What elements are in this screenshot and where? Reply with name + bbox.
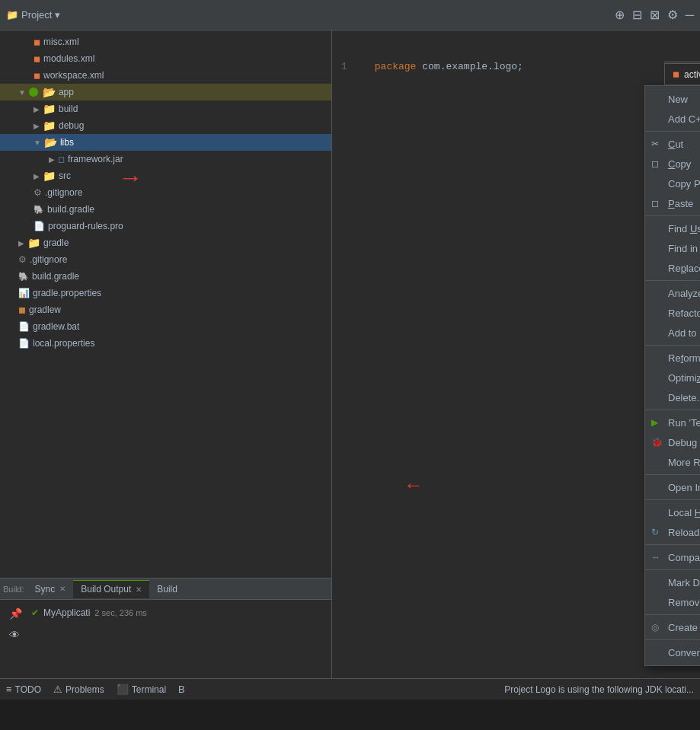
menu-item-cut[interactable]: ✂ Cut Ctrl+X	[645, 134, 700, 154]
menu-item-add-cpp[interactable]: Add C++ to Module	[645, 109, 700, 129]
toolbar-b[interactable]: B	[178, 684, 185, 695]
file-label: workspace.xml	[43, 70, 104, 81]
build-output-close[interactable]: ✕	[136, 585, 142, 594]
build-app-name: MyApplicati	[43, 607, 90, 618]
list-item[interactable]: 📄 gradlew.bat	[0, 318, 331, 335]
menu-label: Compare With...	[668, 552, 700, 563]
menu-label: Cut	[668, 139, 683, 150]
list-item[interactable]: ▶ 📁 build	[0, 100, 331, 117]
menu-item-optimize[interactable]: Optimize Imports Ctrl+Alt+O	[645, 368, 700, 387]
menu-label: Analyze	[668, 288, 700, 299]
list-item[interactable]: ▼ 📂 libs	[0, 134, 331, 151]
menu-item-reformat[interactable]: Reformat Code Ctrl+Alt+L	[645, 348, 700, 368]
chevron-down-icon: ▼	[18, 88, 26, 97]
list-item[interactable]: ▶ 📁 debug	[0, 117, 331, 134]
menu-item-mark-directory[interactable]: Mark Directory as ▶	[645, 572, 700, 592]
settings-icon[interactable]: ⚙	[667, 8, 678, 22]
file-label: .gitignore	[30, 254, 67, 265]
menu-item-refactor[interactable]: Refactor ▶	[645, 303, 700, 323]
project-title: 📁 Project ▾	[6, 9, 60, 21]
list-item[interactable]: ◼ gradlew	[0, 301, 331, 318]
tab-build-output[interactable]: Build Output ✕	[73, 580, 149, 598]
code-keyword: package	[375, 61, 417, 72]
tab-sync[interactable]: Sync ✕	[27, 580, 74, 598]
menu-separator	[645, 131, 700, 132]
toolbar-problems[interactable]: ⚠ Problems	[53, 684, 104, 695]
menu-item-find-in-files[interactable]: Find in Files... Ctrl+Shift+F	[645, 238, 700, 258]
expand-icon[interactable]: ⊠	[650, 8, 660, 22]
main-layout: ◼ misc.xml ◼ modules.xml ◼ workspace.xml…	[0, 30, 700, 730]
list-item[interactable]: 🐘 build.gradle	[0, 201, 331, 218]
minimize-icon[interactable]: ─	[686, 8, 694, 22]
menu-item-compare[interactable]: ↔ Compare With... Ctrl+D	[645, 547, 700, 567]
list-item[interactable]: ▶ 📁 gradle	[0, 234, 331, 251]
menu-item-reload-disk[interactable]: ↻ Reload from Disk	[645, 522, 700, 542]
menu-item-local-history[interactable]: Local History ▶	[645, 502, 700, 522]
list-item[interactable]: ⚙ .gitignore	[0, 251, 331, 268]
list-item[interactable]: ◼ modules.xml	[0, 50, 331, 67]
taskbar	[0, 700, 700, 730]
list-item[interactable]: ▼ 📂 app	[0, 84, 331, 100]
build-side-icons: 📌 👁	[6, 604, 25, 644]
eye-icon[interactable]: 👁	[9, 629, 22, 641]
tab-activity-main[interactable]: ◼ activity_main.xml ✕	[664, 63, 700, 84]
top-bar: 📁 Project ▾ ⊕ ⊟ ⊠ ⚙ ─	[0, 0, 700, 30]
menu-separator	[645, 410, 700, 410]
list-item[interactable]: 📊 gradle.properties	[0, 285, 331, 301]
menu-item-more-run[interactable]: More Run/Debug ▶	[645, 452, 700, 472]
list-item[interactable]: ⚙ .gitignore	[0, 184, 331, 201]
sync-icon[interactable]: ⊕	[615, 8, 625, 22]
build-output-label: Build Output	[81, 584, 131, 595]
sidebar: ◼ misc.xml ◼ modules.xml ◼ workspace.xml…	[0, 30, 332, 730]
pin-icon[interactable]: 📌	[9, 607, 22, 620]
menu-item-add-favorites[interactable]: Add to Favorites ▶	[645, 323, 700, 343]
menu-item-copy-path[interactable]: Copy Path...	[645, 174, 700, 193]
properties-icon: 📄	[18, 338, 30, 349]
file-label: modules.xml	[43, 53, 94, 64]
menu-label: Convert Java File to Kotlin File	[668, 647, 700, 658]
build-item[interactable]: ✔ MyApplicati 2 sec, 236 ms	[31, 604, 325, 621]
top-bar-actions: ⊕ ⊟ ⊠ ⚙ ─	[615, 8, 694, 22]
list-item[interactable]: 📄 local.properties	[0, 335, 331, 352]
list-item[interactable]: ◼ misc.xml	[0, 33, 331, 50]
build-tab-label: Build	[157, 584, 177, 595]
debug-icon: 🐞	[651, 437, 663, 448]
bottom-toolbar-bar: ≡ TODO ⚠ Problems ⬛ Terminal B Project L…	[0, 678, 700, 700]
run-icon: ▶	[651, 417, 658, 428]
project-dropdown-icon[interactable]: ▾	[55, 9, 60, 21]
list-item[interactable]: ▶ ◻ framework.jar	[0, 151, 331, 167]
chevron-right-icon: ▶	[18, 239, 24, 247]
folder-closed-icon: 📁	[43, 120, 56, 132]
file-icon: 📄	[34, 221, 45, 231]
menu-item-convert-kotlin[interactable]: Convert Java File to Kotlin File Ctrl+Al…	[645, 642, 700, 662]
menu-label: Debug 'Tests in 'Logo.app''	[668, 437, 700, 448]
menu-item-copy[interactable]: ◻ Copy Ctrl+C	[645, 154, 700, 174]
list-item[interactable]: 📄 proguard-rules.pro	[0, 218, 331, 234]
menu-item-paste[interactable]: ◻ Paste Ctrl+V	[645, 193, 700, 213]
menu-item-create-gist[interactable]: ◎ Create Gist...	[645, 617, 700, 637]
menu-item-debug-tests[interactable]: 🐞 Debug 'Tests in 'Logo.app''	[645, 432, 700, 452]
list-item[interactable]: ◼ workspace.xml	[0, 67, 331, 84]
menu-item-find-usages[interactable]: Find Usages Alt+F7	[645, 218, 700, 238]
menu-item-remove-bom[interactable]: Remove BOM	[645, 592, 700, 612]
bottom-tab-bar: Build: Sync ✕ Build Output ✕ Build	[0, 579, 331, 600]
list-item[interactable]: ▶ 📁 src	[0, 167, 331, 184]
menu-item-new[interactable]: New ▶	[645, 89, 700, 109]
properties-icon: 📊	[18, 288, 30, 298]
menu-item-delete[interactable]: Delete... Delete	[645, 387, 700, 407]
collapse-icon[interactable]: ⊟	[632, 8, 642, 22]
menu-item-analyze[interactable]: Analyze ▶	[645, 283, 700, 303]
menu-item-run-tests[interactable]: ▶ Run 'Tests in 'Logo.app'' Ctrl+Shift+F…	[645, 413, 700, 432]
tab-build[interactable]: Build	[149, 580, 185, 598]
toolbar-todo[interactable]: ≡ TODO	[6, 684, 41, 695]
build-label: Build:	[3, 585, 24, 594]
file-label: .gitignore	[45, 187, 82, 198]
toolbar-terminal[interactable]: ⬛ Terminal	[117, 684, 166, 695]
reload-icon: ↻	[651, 527, 659, 537]
list-item[interactable]: 🐘 build.gradle	[0, 268, 331, 285]
menu-item-replace[interactable]: Replace in Files... Ctrl+Shift+R	[645, 258, 700, 278]
file-label: framework.jar	[68, 154, 123, 164]
sync-tab-close[interactable]: ✕	[59, 585, 66, 593]
menu-item-open-in[interactable]: Open In ▶	[645, 477, 700, 497]
folder-label: gradle	[43, 237, 69, 248]
